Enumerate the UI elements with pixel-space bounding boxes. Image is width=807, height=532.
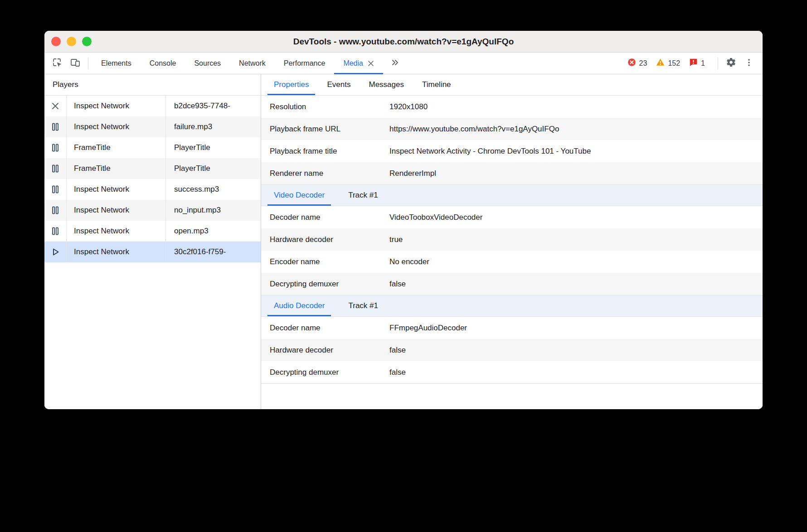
tab-performance[interactable]: Performance bbox=[275, 53, 335, 74]
tab-label: Performance bbox=[284, 59, 326, 68]
general-properties: Resolution1920x1080Playback frame URLhtt… bbox=[261, 96, 763, 184]
player-row[interactable]: Inspect Networkfailure.mp3 bbox=[44, 116, 261, 137]
decoder-section-header: Audio DecoderTrack #1 bbox=[261, 295, 763, 317]
toolbar-divider bbox=[718, 58, 718, 69]
issues-icon bbox=[689, 58, 698, 68]
more-tabs-button[interactable] bbox=[383, 54, 407, 73]
player-name: PlayerTitle bbox=[166, 158, 261, 179]
errors-badge[interactable]: 23 bbox=[627, 58, 647, 68]
properties-content: Resolution1920x1080Playback frame URLhtt… bbox=[261, 96, 763, 384]
minimize-window-button[interactable] bbox=[67, 37, 76, 46]
property-label: Hardware decoder bbox=[261, 339, 381, 361]
detail-tabs: PropertiesEventsMessagesTimeline bbox=[261, 74, 763, 96]
property-value: false bbox=[381, 339, 763, 361]
decoder-properties: Decoder nameFFmpegAudioDecoderHardware d… bbox=[261, 317, 763, 383]
property-row: Encoder nameNo encoder bbox=[261, 251, 763, 273]
player-row[interactable]: FrameTitlePlayerTitle bbox=[44, 137, 261, 158]
pause-icon bbox=[44, 158, 67, 179]
property-value: true bbox=[381, 228, 763, 251]
player-frame-title: Inspect Network bbox=[67, 221, 166, 242]
close-media-tab-icon[interactable] bbox=[368, 60, 374, 67]
pause-icon bbox=[44, 116, 67, 137]
warnings-count: 152 bbox=[668, 59, 680, 68]
player-frame-title: Inspect Network bbox=[67, 116, 166, 137]
player-frame-title: Inspect Network bbox=[67, 179, 166, 200]
chevron-double-right-icon bbox=[390, 58, 399, 69]
pause-icon bbox=[44, 221, 67, 242]
player-frame-title: Inspect Network bbox=[67, 200, 166, 221]
close-window-button[interactable] bbox=[51, 37, 61, 46]
tab-label: Console bbox=[150, 59, 176, 68]
tab-label: Network bbox=[239, 59, 266, 68]
devtools-toolbar: ElementsConsoleSourcesNetworkPerformance… bbox=[44, 53, 763, 74]
device-toolbar-button[interactable] bbox=[66, 54, 84, 73]
warning-icon bbox=[656, 58, 665, 68]
error-icon bbox=[627, 58, 636, 68]
decoder-track-tab[interactable]: Track #1 bbox=[342, 295, 384, 316]
issues-count: 1 bbox=[701, 59, 705, 68]
detail-tab-timeline[interactable]: Timeline bbox=[416, 74, 457, 95]
property-label: Resolution bbox=[261, 96, 381, 118]
customize-menu-button[interactable] bbox=[740, 54, 758, 73]
titlebar: DevTools - www.youtube.com/watch?v=e1gAy… bbox=[44, 31, 763, 53]
player-frame-title: FrameTitle bbox=[67, 158, 166, 179]
tab-console[interactable]: Console bbox=[141, 53, 185, 74]
property-row: Decrypting demuxerfalse bbox=[261, 273, 763, 295]
tab-sources[interactable]: Sources bbox=[185, 53, 230, 74]
content-end-divider bbox=[261, 383, 763, 384]
tab-elements[interactable]: Elements bbox=[92, 53, 141, 74]
property-value: FFmpegAudioDecoder bbox=[381, 317, 763, 339]
player-name: open.mp3 bbox=[166, 221, 261, 242]
decoder-section-tab[interactable]: Video Decoder bbox=[267, 185, 331, 206]
players-list: Inspect Networkb2dce935-7748-Inspect Net… bbox=[44, 96, 261, 262]
inspect-element-button[interactable] bbox=[48, 54, 66, 73]
device-toolbar-icon bbox=[70, 57, 81, 70]
tab-label: Elements bbox=[101, 59, 131, 68]
detail-tab-messages[interactable]: Messages bbox=[362, 74, 410, 95]
property-row: Hardware decoderfalse bbox=[261, 339, 763, 361]
player-name: b2dce935-7748- bbox=[166, 96, 261, 116]
property-value: Inspect Network Activity - Chrome DevToo… bbox=[381, 140, 763, 162]
property-label: Encoder name bbox=[261, 251, 381, 273]
decoder-section-tab[interactable]: Audio Decoder bbox=[267, 295, 331, 316]
panel-tabs: ElementsConsoleSourcesNetworkPerformance… bbox=[92, 53, 383, 74]
player-row[interactable]: Inspect Networkno_input.mp3 bbox=[44, 200, 261, 221]
tab-label: Sources bbox=[194, 59, 221, 68]
property-value: false bbox=[381, 361, 763, 383]
settings-button[interactable] bbox=[722, 54, 740, 73]
decoder-track-tab[interactable]: Track #1 bbox=[342, 185, 384, 206]
property-row: Playback frame URLhttps://www.youtube.co… bbox=[261, 118, 763, 140]
decoder-properties: Decoder nameVideoTooboxVideoDecoderHardw… bbox=[261, 206, 763, 295]
detail-tab-properties[interactable]: Properties bbox=[267, 74, 315, 95]
detail-tab-events[interactable]: Events bbox=[321, 74, 357, 95]
kebab-menu-icon bbox=[744, 58, 754, 69]
player-row[interactable]: FrameTitlePlayerTitle bbox=[44, 158, 261, 179]
player-frame-title: Inspect Network bbox=[67, 96, 166, 116]
tab-media[interactable]: Media bbox=[334, 53, 383, 74]
player-row[interactable]: Inspect Networksuccess.mp3 bbox=[44, 179, 261, 200]
player-row[interactable]: Inspect Networkb2dce935-7748- bbox=[44, 96, 261, 116]
inspect-icon bbox=[52, 57, 63, 70]
property-row: Playback frame titleInspect Network Acti… bbox=[261, 140, 763, 162]
property-label: Renderer name bbox=[261, 162, 381, 184]
property-label: Playback frame URL bbox=[261, 118, 381, 140]
player-name: 30c2f016-f759- bbox=[166, 242, 261, 262]
close-icon bbox=[44, 96, 67, 116]
toolbar-divider bbox=[88, 58, 88, 69]
property-label: Decrypting demuxer bbox=[261, 273, 381, 295]
devtools-main: Players Inspect Networkb2dce935-7748-Ins… bbox=[44, 74, 763, 409]
player-detail-panel: PropertiesEventsMessagesTimeline Resolut… bbox=[261, 74, 763, 409]
property-label: Playback frame title bbox=[261, 140, 381, 162]
player-row[interactable]: Inspect Network30c2f016-f759- bbox=[44, 242, 261, 262]
tab-network[interactable]: Network bbox=[230, 53, 275, 74]
property-row: Renderer nameRendererImpl bbox=[261, 162, 763, 184]
issues-badge[interactable]: 1 bbox=[689, 58, 705, 68]
pause-icon bbox=[44, 179, 67, 200]
property-label: Decoder name bbox=[261, 206, 381, 228]
play-icon bbox=[44, 242, 67, 262]
player-row[interactable]: Inspect Networkopen.mp3 bbox=[44, 221, 261, 242]
warnings-badge[interactable]: 152 bbox=[656, 58, 680, 68]
traffic-lights bbox=[51, 31, 92, 52]
property-label: Decrypting demuxer bbox=[261, 361, 381, 383]
zoom-window-button[interactable] bbox=[82, 37, 92, 46]
